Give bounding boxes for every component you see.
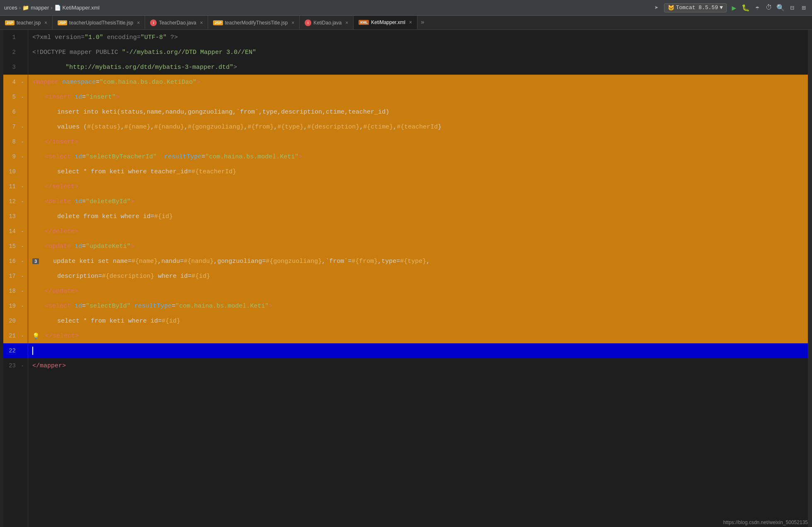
gutter-row-2: 2: [3, 45, 28, 60]
tab-teacher-dao[interactable]: i TeacherDao.java ×: [145, 16, 208, 29]
fold-7[interactable]: -: [19, 124, 26, 129]
gutter-row-12: 12 -: [3, 194, 28, 209]
tab-close-teacher-dao[interactable]: ×: [200, 20, 203, 26]
gutter-row-20: 20: [3, 313, 28, 328]
tab-label-keti-dao: KetiDao.java: [313, 20, 342, 26]
tab-label-teacher-modify: teacherModifyThesisTitle.jsp: [225, 20, 288, 26]
tab-close-teacher-upload[interactable]: ×: [137, 20, 140, 26]
breadcrumb: urces › 📁 mapper › 📄 KetiMapper.xml: [4, 5, 99, 11]
tab-keti-dao[interactable]: i KetiDao.java ×: [300, 16, 354, 29]
fold-18[interactable]: -: [19, 289, 26, 294]
gutter-row-23: 23 -: [3, 358, 28, 373]
line-num-11: 11: [3, 183, 19, 190]
lightbulb-icon-21[interactable]: 💡: [32, 333, 39, 340]
tab-close-keti-mapper[interactable]: ×: [409, 19, 412, 25]
breadcrumb-folder-icon: 📁: [22, 5, 29, 11]
tomcat-label: Tomcat 8.5.59: [676, 5, 718, 11]
tab-keti-mapper[interactable]: XML KetiMapper.xml ×: [354, 16, 417, 29]
tab-icon-jsp-1: JSP: [5, 20, 15, 25]
fold-17[interactable]: -: [19, 274, 26, 279]
vertical-scrollbar[interactable]: [808, 30, 812, 527]
gutter-row-14: 14 -: [3, 224, 28, 239]
breadcrumb-file: KetiMapper.xml: [63, 5, 100, 11]
arrow-icon[interactable]: ➤: [652, 4, 661, 12]
profile-icon[interactable]: ⏱: [765, 4, 773, 12]
fold-14[interactable]: -: [19, 229, 26, 234]
line-num-19: 19: [3, 303, 19, 309]
code-content-17: description=#{description} where id=#{id…: [32, 273, 210, 280]
line-number-gutter: 1 2 3 4 - 5 - 6 7 -: [3, 30, 28, 527]
code-content-16: update keti set name=#{name},nandu=#{nan…: [41, 258, 430, 265]
code-content-13: delete from keti where id=#{id}: [32, 213, 173, 220]
line-num-21: 21: [3, 333, 19, 339]
line-num-15: 15: [3, 243, 19, 250]
tab-teacher-modify[interactable]: JSP teacherModifyThesisTitle.jsp ×: [208, 16, 300, 29]
line-num-14: 14: [3, 228, 19, 235]
line-num-13: 13: [3, 213, 19, 220]
line-num-23: 23: [3, 362, 19, 369]
tab-label-teacher-upload: teacherUploadThesisTitle.jsp: [69, 20, 133, 26]
tab-close-teacher-jsp[interactable]: ×: [44, 20, 47, 26]
code-content-15: <update id="updateKeti">: [32, 243, 134, 250]
gutter-row-1: 1: [3, 30, 28, 45]
code-line-10: select * from keti where teacher_id=#{te…: [28, 164, 808, 179]
code-line-15: <update id="updateKeti">: [28, 239, 808, 254]
breadcrumb-sep-2: ›: [51, 5, 52, 11]
fold-19[interactable]: -: [19, 304, 26, 308]
tab-teacher-upload[interactable]: JSP teacherUploadThesisTitle.jsp ×: [53, 16, 145, 29]
line-num-5: 5: [3, 94, 19, 100]
fold-21[interactable]: -: [19, 333, 26, 338]
breadcrumb-sep-1: ›: [19, 5, 21, 11]
fold-5[interactable]: -: [19, 95, 26, 100]
code-line-9: <select id="selectByTeacherId" resultTyp…: [28, 149, 808, 164]
more-tabs-button[interactable]: »: [417, 19, 428, 26]
gutter-row-10: 10: [3, 164, 28, 179]
code-line-21: 💡 </select>: [28, 328, 808, 343]
fold-4[interactable]: -: [19, 80, 26, 85]
line-num-3: 3: [3, 64, 19, 70]
code-line-20: select * from keti where id=#{id}: [28, 313, 808, 328]
code-content-8: </insert>: [32, 138, 78, 146]
grid-icon[interactable]: ⊞: [800, 4, 808, 12]
fold-16[interactable]: -: [19, 259, 26, 264]
coverage-icon[interactable]: ☂: [753, 4, 761, 12]
fold-8[interactable]: -: [19, 139, 26, 144]
line-badge-16: 3: [32, 258, 39, 264]
tab-close-keti-dao[interactable]: ×: [345, 20, 348, 26]
fold-9[interactable]: -: [19, 154, 26, 159]
fold-12[interactable]: -: [19, 199, 26, 204]
code-editor[interactable]: <?xml version="1.0" encoding="UTF-8" ?> …: [28, 30, 808, 527]
run-button[interactable]: ▶: [730, 4, 738, 12]
gutter-row-7: 7 -: [3, 119, 28, 134]
tab-close-teacher-modify[interactable]: ×: [291, 20, 294, 26]
tab-teacher-jsp[interactable]: JSP teacher.jsp ×: [0, 16, 53, 29]
code-line-14: </delete>: [28, 224, 808, 239]
line-num-16: 16: [3, 258, 19, 265]
layout-icon[interactable]: ⊟: [788, 4, 796, 12]
status-url: https://blog.csdn.net/weixin_50052135: [723, 520, 808, 525]
code-content-7: values (#{status},#{name},#{nandu},#{gon…: [32, 124, 441, 131]
chevron-down-icon: ▼: [720, 5, 723, 11]
gutter-row-22: 22: [3, 343, 28, 358]
gutter-row-15: 15 -: [3, 239, 28, 254]
tab-icon-java-2: i: [305, 19, 311, 26]
code-line-19: <select id="selectById" resultType="com.…: [28, 299, 808, 313]
code-line-17: description=#{description} where id=#{id…: [28, 269, 808, 284]
code-content-21: </select>: [41, 333, 79, 340]
tomcat-icon: 🐱: [668, 5, 674, 11]
code-line-22[interactable]: [28, 343, 808, 358]
tomcat-selector[interactable]: 🐱 Tomcat 8.5.59 ▼: [664, 3, 727, 12]
fold-11[interactable]: -: [19, 184, 26, 189]
code-content-11: </select>: [32, 183, 78, 190]
search-icon[interactable]: 🔍: [776, 4, 785, 12]
gutter-row-4: 4 -: [3, 75, 28, 90]
fold-15[interactable]: -: [19, 244, 26, 249]
debug-button[interactable]: 🐛: [742, 4, 750, 12]
fold-23[interactable]: -: [19, 363, 26, 368]
line-num-7: 7: [3, 124, 19, 130]
gutter-row-16: 16 -: [3, 254, 28, 269]
code-content-3: "http://mybatis.org/dtd/mybatis-3-mapper…: [32, 64, 237, 71]
code-line-13: delete from keti where id=#{id}: [28, 209, 808, 224]
code-content-5: <insert id="insert">: [32, 94, 119, 101]
left-edge: [0, 30, 3, 527]
